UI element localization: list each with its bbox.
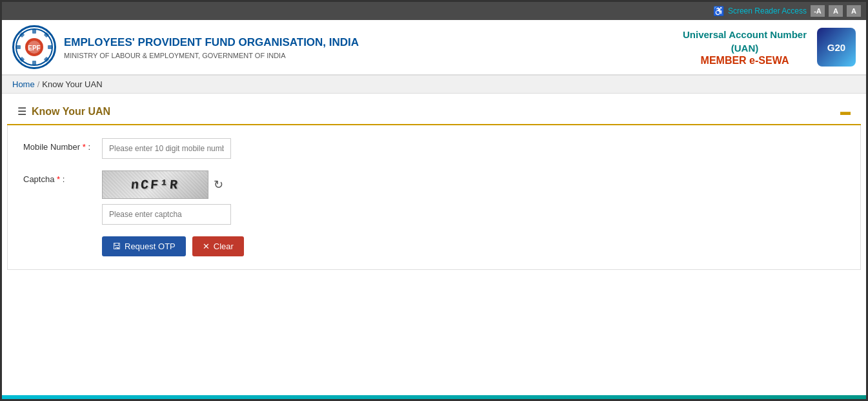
org-title-block: EMPLOYEES' PROVIDENT FUND ORGANISATION, … (64, 35, 359, 59)
org-name: EMPLOYEES' PROVIDENT FUND ORGANISATION, … (64, 35, 359, 50)
captcha-row: nCF¹R ↻ (102, 170, 231, 199)
section-title: Know Your UAN (32, 106, 110, 118)
svg-rect-3 (32, 61, 36, 65)
clear-icon: ✕ (203, 242, 210, 251)
mobile-controls (102, 138, 231, 159)
captcha-input[interactable] (102, 204, 231, 225)
uan-title-line1: Universal Account Number (683, 28, 807, 41)
g20-badge: G20 (817, 28, 856, 67)
screen-reader-section: ♿ Screen Reader Access -A A A (713, 5, 861, 17)
browser-window: ♿ Screen Reader Access -A A A (0, 0, 868, 401)
screen-reader-link[interactable]: Screen Reader Access (728, 6, 807, 15)
org-logo: EPF (12, 25, 56, 69)
header: EPF EMPLOYEES' PROVIDENT FUND ORGANISATI… (2, 20, 866, 76)
captcha-refresh-icon[interactable]: ↻ (214, 178, 223, 192)
font-large-button[interactable]: A (847, 5, 861, 17)
breadcrumb-separator: / (37, 79, 40, 89)
form-area: Mobile Number * : Captcha * : nCF¹R (7, 125, 861, 270)
captcha-group: Captcha * : nCF¹R ↻ (23, 170, 845, 225)
logo-section: EPF EMPLOYEES' PROVIDENT FUND ORGANISATI… (12, 25, 359, 69)
accessibility-icon: ♿ (713, 6, 724, 16)
svg-rect-2 (32, 29, 36, 34)
mobile-number-group: Mobile Number * : (23, 138, 845, 159)
captcha-required-star: * (54, 174, 60, 184)
request-otp-button[interactable]: 🖫 Request OTP (102, 236, 186, 256)
captcha-image: nCF¹R (102, 170, 208, 199)
uan-section: Universal Account Number (UAN) MEMBER e-… (683, 28, 807, 67)
font-medium-button[interactable]: A (829, 5, 843, 17)
clear-button[interactable]: ✕ Clear (192, 236, 244, 256)
top-bar: ♿ Screen Reader Access -A A A (2, 2, 866, 20)
uan-subtitle: MEMBER e-SEWA (683, 55, 807, 67)
captcha-controls: nCF¹R ↻ (102, 170, 231, 225)
minimize-icon[interactable]: ▬ (840, 106, 851, 118)
section-title-row: ☰ Know Your UAN (17, 105, 110, 118)
font-small-button[interactable]: -A (811, 5, 825, 17)
svg-rect-4 (16, 45, 21, 49)
captcha-text: nCF¹R (130, 178, 180, 192)
svg-rect-5 (48, 45, 52, 49)
g20-label: G20 (827, 42, 845, 53)
uan-title-line2: (UAN) (683, 41, 807, 55)
section-header: ☰ Know Your UAN ▬ (7, 99, 861, 125)
breadcrumb-current-page: Know Your UAN (42, 79, 102, 89)
svg-text:EPF: EPF (28, 45, 40, 52)
page-section: ☰ Know Your UAN ▬ Mobile Number * : Capt… (2, 94, 866, 395)
hamburger-icon[interactable]: ☰ (17, 105, 26, 118)
otp-icon: 🖫 (112, 242, 121, 251)
breadcrumb: Home / Know Your UAN (2, 76, 866, 94)
button-row: 🖫 Request OTP ✕ Clear (102, 236, 845, 256)
mobile-input[interactable] (102, 138, 231, 159)
mobile-required-star: * (80, 142, 86, 152)
breadcrumb-home-link[interactable]: Home (12, 79, 35, 89)
header-right: Universal Account Number (UAN) MEMBER e-… (683, 28, 856, 67)
captcha-label: Captcha * : (23, 170, 94, 184)
epf-logo-svg: EPF (15, 28, 54, 67)
footer-bar (2, 395, 866, 399)
mobile-label: Mobile Number * : (23, 138, 94, 152)
org-subtitle: MINISTRY OF LABOUR & EMPLOYMENT, GOVERNM… (64, 52, 359, 59)
